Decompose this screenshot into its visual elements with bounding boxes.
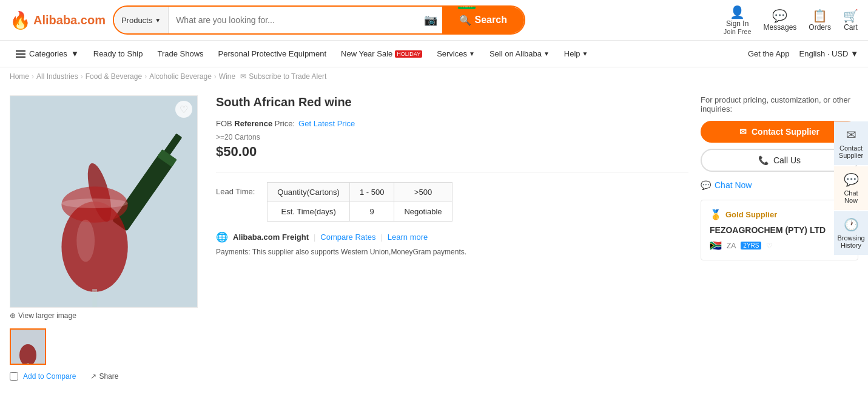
svg-point-7 [76,220,95,262]
breadcrumb-alcoholic-beverage[interactable]: Alcoholic Beverage [149,72,212,81]
search-input[interactable] [169,7,419,33]
price-section: >=20 Cartons $50.00 [216,133,688,160]
hamburger-icon [16,50,25,58]
search-button[interactable]: 🔍 Search [442,7,524,33]
nav-trade-shows[interactable]: Trade Shows [151,41,209,67]
svg-rect-8 [92,289,97,308]
products-dropdown[interactable]: Products ▼ [114,7,169,33]
nav-item-label: Trade Shows [157,49,203,58]
logo-icon: 🔥 [10,10,31,30]
share-label: Share [99,372,118,381]
share-button[interactable]: ↗ Share [90,372,118,381]
nav-item-label: Personal Protective Equipment [218,49,326,58]
nav-help[interactable]: Help ▼ [558,41,594,67]
header-actions: 👤 Sign In Join Free 💬 Messages 📋 Orders … [724,5,858,35]
nav-item-label: Sell on Alibaba [490,49,542,58]
cart-action[interactable]: 🛒 Cart [843,8,858,32]
payments-label: Payments: [216,248,251,256]
nav-item-label: Services [437,49,467,58]
categories-button[interactable]: Categories ▼ [10,41,85,67]
thumbnail-row [10,328,204,365]
subscribe-link[interactable]: ✉ Subscribe to Trade Alert [240,72,326,81]
cart-label: Cart [844,23,858,32]
messages-icon: 💬 [772,8,787,23]
chat-now-button[interactable]: 💬 Chat Now [701,178,752,192]
compare-checkbox[interactable] [10,372,18,381]
sticky-history-label: Browsing History [836,234,866,249]
breadcrumb-food-beverage[interactable]: Food & Beverage [86,72,142,81]
product-title: South African Red wine [216,95,688,109]
freight-row: 🌐 Alibaba.com Freight | Compare Rates | … [216,231,688,243]
freight-label: Alibaba.com Freight [233,232,309,242]
holiday-badge: HOLIDAY [395,50,422,58]
categories-caret: ▼ [71,49,79,58]
supplier-flag: 🇿🇦 [710,240,722,251]
sticky-chat-label: Chat Now [836,189,866,204]
sticky-contact-button[interactable]: ✉ Contact Supplier [834,121,868,165]
services-caret: ▼ [469,50,475,57]
table-header-range1: 1 - 500 [349,183,394,202]
breadcrumb-all-industries[interactable]: All Industries [36,72,78,81]
table-cell-time: Est. Time(days) [267,202,350,222]
breadcrumb-home[interactable]: Home [10,72,29,81]
breadcrumb-wine[interactable]: Wine [219,72,235,81]
new-badge: NEW [458,5,476,9]
logo[interactable]: 🔥 Alibaba.com [10,10,106,30]
nav: Categories ▼ Ready to Ship Trade Shows P… [0,41,868,67]
nav-item-label: Help [564,49,580,58]
camera-icon[interactable]: 📷 [419,13,442,27]
nav-new-year-sale[interactable]: New Year Sale HOLIDAY [335,41,428,67]
supplier-years: 2YRS [741,242,761,249]
search-btn-label: Search [475,15,507,25]
get-app-link[interactable]: Get the App [748,49,790,58]
lead-time-table: Quantity(Cartons) 1 - 500 >500 Est. Time… [267,182,452,222]
nav-ppe[interactable]: Personal Protective Equipment [212,41,332,67]
call-btn-label: Call Us [773,155,801,165]
main-product-image: ♡ [10,95,198,308]
nav-ready-to-ship[interactable]: Ready to Ship [87,41,149,67]
email-icon: ✉ [739,127,747,137]
subscribe-label: Subscribe to Trade Alert [249,72,326,81]
thumbnail-1[interactable] [10,328,46,365]
sticky-contact-label: Contact Supplier [836,144,866,159]
heart-icon: ♡ [766,242,773,250]
join-free-label: Join Free [724,28,752,35]
add-compare-link[interactable]: Add to Compare [23,372,76,381]
get-latest-price-link[interactable]: Get Latest Price [298,119,355,128]
gold-icon: 🥇 [710,209,722,220]
orders-label: Orders [809,23,831,32]
product-info: South African Red wine FOB Reference Pri… [216,95,688,381]
view-larger-label: View larger image [18,311,76,320]
compare-rates-link[interactable]: Compare Rates [320,232,375,242]
orders-action[interactable]: 📋 Orders [809,8,831,32]
view-larger-button[interactable]: ⊕ View larger image [10,308,204,324]
globe-icon: 🌐 [216,231,228,243]
divider [216,172,688,172]
products-label: Products [121,16,152,25]
search-bar: Products ▼ 📷 NEW 🔍 Search [113,5,525,35]
payments-row: Payments: This supplier also supports We… [216,248,688,256]
sign-in-action[interactable]: 👤 Sign In Join Free [724,5,752,35]
messages-action[interactable]: 💬 Messages [764,8,797,32]
nav-services[interactable]: Services ▼ [431,41,481,67]
sticky-chat-button[interactable]: 💬 Chat Now [834,166,868,210]
lead-time-label: Lead Time: [216,182,255,196]
supplier-name[interactable]: FEZOAGROCHEM (PTY) LTD [710,225,849,235]
learn-more-link[interactable]: Learn more [388,232,428,242]
sticky-history-icon: 🕐 [844,217,859,232]
language-selector[interactable]: English · USD ▼ [799,49,858,58]
nav-item-label: New Year Sale [341,49,392,58]
nav-right: Get the App English · USD ▼ [748,49,858,58]
table-cell-days: 9 [349,202,394,222]
gold-badge-label: Gold Supplier [725,210,777,219]
sell-caret: ▼ [543,50,550,57]
language-label: English · USD [799,49,849,58]
nav-sell[interactable]: Sell on Alibaba ▼ [483,41,556,67]
wishlist-icon[interactable]: ♡ [175,101,192,118]
inquiry-text: For product pricing, customization, or o… [701,95,858,114]
sticky-history-button[interactable]: 🕐 Browsing History [834,211,868,255]
breadcrumb: Home › All Industries › Food & Beverage … [0,67,868,86]
product-images: ♡ ⊕ View larger image Add to Compare ↗ S… [10,95,204,381]
mail-icon: ✉ [240,72,246,81]
search-icon: 🔍 [459,15,471,26]
